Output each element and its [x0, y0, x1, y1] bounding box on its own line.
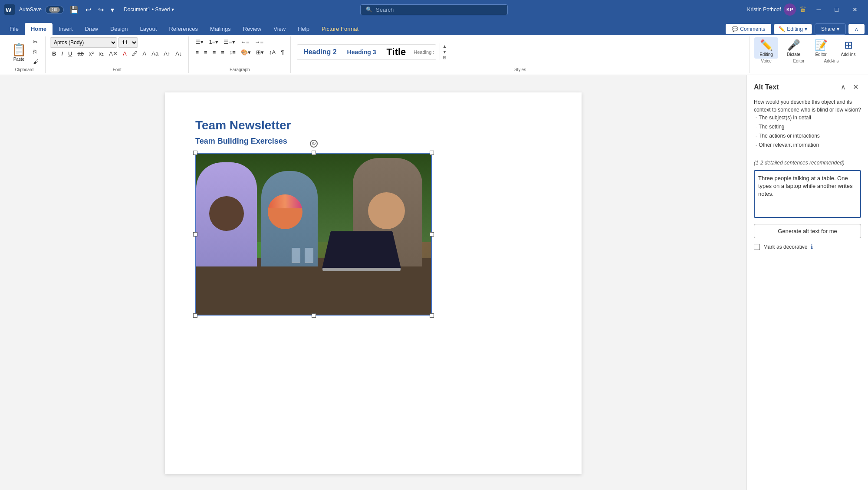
underline-button[interactable]: U	[66, 49, 74, 58]
rotate-handle[interactable]: ↻	[310, 140, 318, 148]
increase-indent-button[interactable]: →≡	[253, 37, 266, 46]
decorative-checkbox[interactable]	[754, 244, 760, 250]
tab-picture-format[interactable]: Picture Format	[316, 23, 365, 35]
addins-tool[interactable]: ⊞ Add-ins	[836, 37, 860, 59]
tab-home[interactable]: Home	[25, 23, 53, 35]
paste-button[interactable]: 📋 Paste	[8, 42, 30, 62]
laptop-display	[322, 231, 401, 270]
editing-button[interactable]: ✏️ Editing ▾	[774, 24, 812, 34]
info-icon[interactable]: ℹ	[811, 243, 813, 250]
numbering-button[interactable]: 1≡▾	[207, 37, 220, 46]
image-container[interactable]: ↻	[195, 153, 432, 316]
editor-tool[interactable]: 📝 Editor	[809, 37, 833, 59]
close-button[interactable]: ✕	[845, 3, 865, 16]
change-case-button[interactable]: Aa	[149, 49, 161, 58]
borders-button[interactable]: ⊞▾	[254, 48, 266, 57]
italic-button[interactable]: I	[59, 49, 65, 58]
text-effects-button[interactable]: A	[141, 49, 149, 58]
panel-close-button[interactable]: ✕	[850, 82, 861, 92]
redo-button[interactable]: ↪	[95, 4, 106, 16]
dictate-tool[interactable]: 🎤 Dictate	[782, 37, 806, 59]
styles-expand[interactable]: ⊟	[441, 55, 448, 60]
tab-layout[interactable]: Layout	[134, 23, 163, 35]
editing-tool-icon: ✏️	[760, 39, 773, 51]
tab-help[interactable]: Help	[292, 23, 316, 35]
handle-bottom-center[interactable]	[312, 313, 316, 318]
handle-middle-right[interactable]	[430, 232, 434, 237]
style-title[interactable]: Title	[382, 46, 410, 59]
handle-bottom-right[interactable]	[430, 313, 434, 318]
addins-icon: ⊞	[844, 39, 853, 51]
tab-references[interactable]: References	[163, 23, 204, 35]
search-input[interactable]	[376, 7, 489, 13]
sort-button[interactable]: ↕A	[267, 48, 278, 57]
document-image[interactable]	[195, 153, 432, 316]
panel-header-controls: ∧ ✕	[838, 82, 861, 92]
bold-button[interactable]: B	[50, 49, 58, 58]
decorative-label: Mark as decorative	[763, 244, 807, 250]
comments-icon: 💬	[732, 26, 738, 32]
paragraph-tools-2: ≡ ≡ ≡ ≡ ↕≡ 🎨▾ ⊞▾ ↕A ¶	[193, 48, 286, 57]
customize-button[interactable]: ▾	[108, 4, 117, 16]
style-heading2[interactable]: Heading 2	[299, 47, 341, 57]
shrink-font-button[interactable]: A↓	[173, 49, 184, 58]
font-family-select[interactable]: Aptos (Body)	[50, 37, 117, 48]
font-size-select[interactable]: 11	[118, 37, 138, 48]
search-bar[interactable]: 🔍	[360, 4, 508, 15]
multilevel-button[interactable]: ☰≡▾	[221, 37, 237, 46]
minimize-button[interactable]: ─	[810, 3, 828, 16]
premium-icon[interactable]: ♛	[799, 5, 806, 14]
superscript-button[interactable]: x²	[87, 49, 96, 58]
handle-top-right[interactable]	[430, 151, 434, 155]
panel-collapse-button[interactable]: ∧	[838, 82, 848, 92]
paste-label: Paste	[13, 57, 25, 62]
undo-button[interactable]: ↩	[83, 4, 94, 16]
handle-top-left[interactable]	[193, 151, 197, 155]
align-right-button[interactable]: ≡	[210, 48, 218, 57]
copy-button[interactable]: ⎘	[31, 47, 41, 56]
tab-mailings[interactable]: Mailings	[204, 23, 237, 35]
show-marks-button[interactable]: ¶	[279, 48, 286, 57]
tab-draw[interactable]: Draw	[79, 23, 104, 35]
autosave-toggle[interactable]: Off	[45, 6, 64, 14]
align-left-button[interactable]: ≡	[193, 48, 201, 57]
font-format-tools: B I U ab x² x₂ A✕ A 🖊 A Aa A↑ A↓	[50, 49, 184, 58]
tab-review[interactable]: Review	[237, 23, 268, 35]
generate-alt-text-button[interactable]: Generate alt text for me	[754, 224, 861, 238]
highlight-button[interactable]: 🖊	[130, 49, 140, 58]
grow-font-button[interactable]: A↑	[161, 49, 172, 58]
ribbon-expand-button[interactable]: ∧	[848, 24, 865, 34]
comments-button[interactable]: 💬 Comments	[726, 24, 771, 34]
bullets-button[interactable]: ☰▾	[193, 37, 206, 46]
handle-middle-left[interactable]	[193, 232, 197, 237]
subscript-button[interactable]: x₂	[97, 49, 106, 58]
save-button[interactable]: 💾	[67, 4, 81, 16]
ribbon-group-font: Aptos (Body) 11 B I U ab x² x₂ A✕ A 🖊 A …	[46, 36, 189, 73]
style-heading3[interactable]: Heading 3	[343, 48, 381, 56]
line-spacing-button[interactable]: ↕≡	[227, 48, 238, 57]
maximize-button[interactable]: □	[828, 3, 845, 16]
styles-scroll-up[interactable]: ▲	[441, 43, 448, 49]
clear-formatting-button[interactable]: A✕	[107, 49, 120, 58]
handle-bottom-left[interactable]	[193, 313, 197, 318]
cut-button[interactable]: ✂	[31, 37, 41, 46]
doc-canvas[interactable]: Team Newsletter Team Building Exercises …	[0, 75, 746, 490]
share-button[interactable]: Share ▾	[815, 23, 846, 35]
tab-design[interactable]: Design	[104, 23, 134, 35]
tab-view[interactable]: View	[267, 23, 292, 35]
shading-button[interactable]: 🎨▾	[239, 48, 253, 57]
handle-top-center[interactable]	[312, 151, 316, 155]
styles-scroll-down[interactable]: ▼	[441, 49, 448, 55]
alt-text-panel: Alt Text ∧ ✕ How would you describe this…	[746, 75, 868, 490]
editing-tool[interactable]: ✏️ Editing	[754, 37, 778, 59]
format-paint-button[interactable]: 🖌	[31, 57, 41, 66]
strikethrough-button[interactable]: ab	[75, 49, 85, 58]
font-color-button[interactable]: A	[121, 49, 129, 58]
justify-button[interactable]: ≡	[219, 48, 227, 57]
tab-insert[interactable]: Insert	[53, 23, 79, 35]
decrease-indent-button[interactable]: ←≡	[238, 37, 252, 46]
tab-file[interactable]: File	[3, 23, 25, 35]
align-center-button[interactable]: ≡	[202, 48, 210, 57]
glass1	[292, 248, 300, 263]
alt-text-textarea[interactable]	[754, 170, 861, 218]
